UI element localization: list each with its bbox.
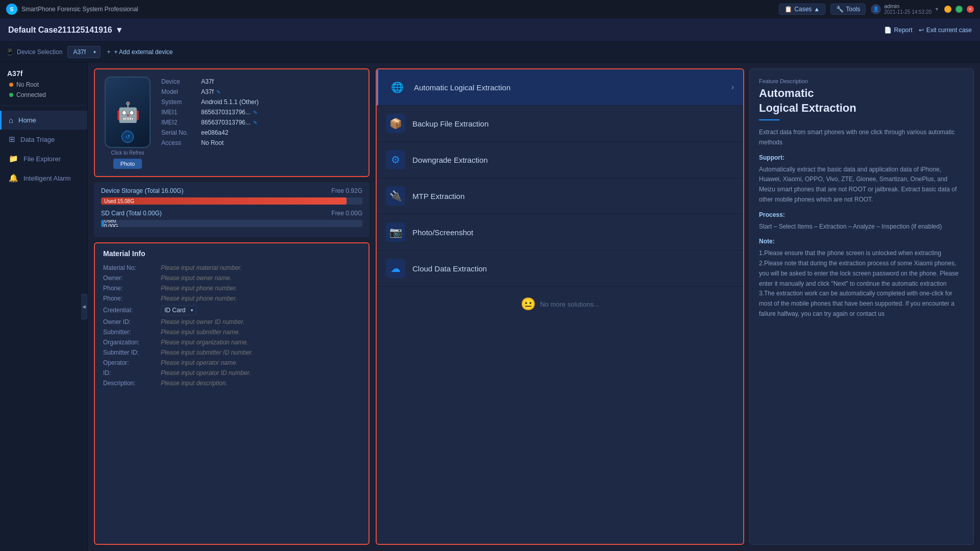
detail-serial: Serial No. ee086a42 [161,128,361,138]
title-bar-left: S SmartPhone Forensic System Professiona… [6,4,138,15]
device-selection-icon: 📱 [6,48,14,56]
imei1-edit-icon[interactable]: ✎ [253,110,257,115]
field-owner: Owner: [103,273,360,283]
cases-icon: 📋 [785,6,792,13]
sidebar-item-data-triage[interactable]: ⊞ Data Triage [0,130,87,149]
tools-button[interactable]: 🔧 Tools [830,4,866,15]
admin-name: admin [884,3,932,9]
device-phone-visual: 🤖 ↺ Click to Refres Photo [102,77,153,169]
top-bar-actions: 📄 Report ↩ Exit current case [884,27,972,34]
imei2-edit-icon[interactable]: ✎ [253,120,257,126]
extraction-mtp[interactable]: 🔌 MTP Extraction [377,178,743,214]
close-button[interactable]: ✕ [967,6,974,13]
field-phone-1: Phone: [103,283,360,293]
sidebar-collapse-btn[interactable]: ◀ [81,294,87,319]
operator-input[interactable] [161,359,360,366]
connected-dot [9,93,13,97]
submitter-input[interactable] [161,329,360,336]
extraction-automatic-logical[interactable]: 🌐 Automatic Logical Extraction › [377,69,743,106]
device-selector[interactable]: A37f [67,46,101,58]
sidebar-no-root-status: No Root [0,80,87,90]
cloud-data-icon: ☁ [386,259,405,278]
device-storage-label: Device Storage (Total 16.00G) [101,187,183,194]
minimize-button[interactable]: − [944,6,951,13]
photo-button[interactable]: Photo [113,159,142,169]
title-bar: S SmartPhone Forensic System Professiona… [0,0,980,18]
app-logo: S [6,4,17,15]
material-info-card: Material Info Material No: Owner: Phone:… [94,242,370,545]
material-no-input[interactable] [161,264,360,271]
refresh-button[interactable]: ↺ [121,131,134,143]
file-explorer-icon: 📁 [9,154,18,163]
extraction-photo-screenshot[interactable]: 📷 Photo/Screenshot [377,214,743,251]
photo-screenshot-icon: 📷 [386,222,405,242]
extraction-cloud-text: Cloud Data Extraction [412,264,734,273]
submitter-id-input[interactable] [161,349,360,356]
phone-input-1[interactable] [161,285,360,292]
model-edit-icon[interactable]: ✎ [216,89,220,95]
detail-access: Access No Root [161,138,361,148]
click-to-refresh-label: Click to Refres [111,150,144,156]
no-more-icon: 😐 [521,297,536,311]
intelligent-alarm-icon: 🔔 [9,173,18,183]
device-storage-bar-fill: Used 15.08G [101,197,347,205]
home-icon: ⌂ [9,116,13,124]
field-material-no: Material No: [103,263,360,273]
automatic-logical-arrow: › [731,83,734,92]
storage-section: Device Storage (Total 16.00G) Free 0.92G… [94,182,370,237]
automatic-logical-icon: 🌐 [387,78,407,97]
sidebar: A37f No Root Connected ⌂ Home ⊞ Data Tri… [0,62,88,551]
sidebar-divider [0,105,87,106]
add-external-device-button[interactable]: ＋ + Add external device [106,47,173,56]
device-selection-label: 📱 Device Selection [6,48,62,56]
field-phone-2: Phone: [103,293,360,304]
owner-input[interactable] [161,274,360,282]
device-details: Device A37f Model A37f ✎ System [161,77,361,169]
extraction-panel: 🌐 Automatic Logical Extraction › 📦 Backu… [376,68,744,545]
sidebar-item-home[interactable]: ⌂ Home [0,111,87,130]
extraction-backup-file[interactable]: 📦 Backup File Extraction [377,106,743,142]
field-operator: Operator: [103,358,360,368]
datetime: 2021-11-25 14:53:20 [884,9,932,15]
app-title: SmartPhone Forensic System Professional [21,6,138,13]
organization-input[interactable] [161,339,360,346]
field-submitter: Submitter: [103,327,360,337]
report-icon: 📄 [884,27,892,34]
extraction-downgrade[interactable]: ⚙ Downgrade Extraction [377,142,743,178]
owner-id-input[interactable] [161,318,360,325]
downgrade-icon: ⚙ [386,150,405,169]
description-input[interactable] [161,380,360,387]
no-more-solutions: 😐 No more solutions... [377,287,743,321]
top-bar: Default Case211125141916 ▼ 📄 Report ↩ Ex… [0,18,980,42]
device-selector-wrap: A37f [67,46,101,58]
cases-button[interactable]: 📋 Cases ▲ [779,4,825,15]
extraction-backup-file-text: Backup File Extraction [412,119,734,128]
extraction-cloud-data[interactable]: ☁ Cloud Data Extraction [377,251,743,287]
maximize-button[interactable]: □ [955,6,963,13]
sidebar-item-file-explorer[interactable]: 📁 File Explorer [0,149,87,168]
id-input[interactable] [161,369,360,377]
feature-description-panel: Feature Description AutomaticLogical Ext… [749,68,974,545]
extraction-mtp-text: MTP Extraction [412,192,734,201]
field-credential: Credential: ID Card [103,304,360,317]
field-id: ID: [103,368,360,378]
report-button[interactable]: 📄 Report [884,27,913,34]
feature-desc-divider [759,119,779,120]
admin-info: 👤 admin 2021-11-25 14:53:20 ▼ [871,3,939,15]
sidebar-connected-status: Connected [0,90,87,100]
window-controls: − □ ✕ [944,6,974,13]
sd-card-free: Free 0.00G [331,210,362,217]
sd-card-header: SD Card (Total 0.00G) Free 0.00G [101,210,362,217]
exit-current-case-button[interactable]: ↩ Exit current case [919,27,972,34]
credential-select[interactable]: ID Card [161,305,197,315]
detail-device: Device A37f [161,77,361,87]
device-storage-free: Free 0.92G [331,187,362,194]
device-storage-header: Device Storage (Total 16.00G) Free 0.92G [101,187,362,194]
case-title[interactable]: Default Case211125141916 ▼ [8,26,124,35]
phone-graphic: 🤖 ↺ [105,77,151,148]
sidebar-item-intelligent-alarm[interactable]: 🔔 Intelligent Alarm [0,168,87,188]
phone-input-2[interactable] [161,295,360,302]
feature-desc-body: Extract data from smart phones with one … [759,128,964,319]
detail-imei2: IMEI2 865637031379​6... ✎ [161,117,361,128]
exit-icon: ↩ [919,27,924,34]
